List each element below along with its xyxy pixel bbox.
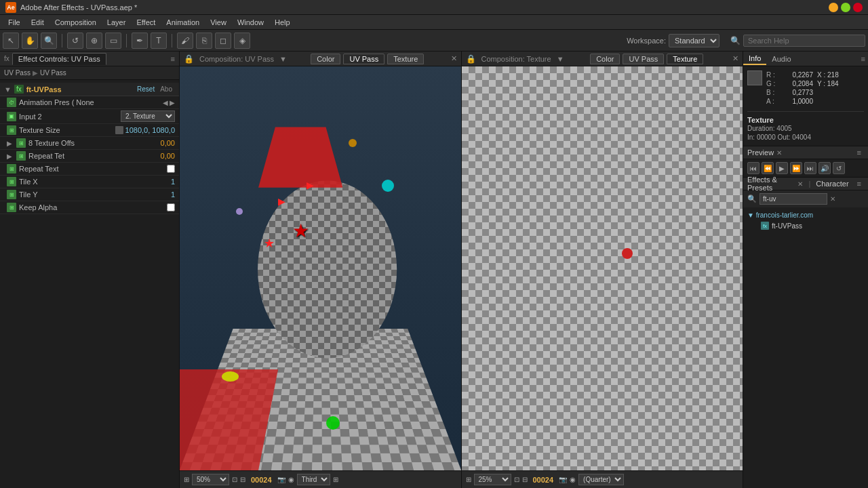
texture-cam-icon[interactable]: 📷	[559, 476, 567, 483]
tab-texture-uvpass[interactable]: Texture	[387, 54, 424, 64]
uvpass-zoom-select[interactable]: 50%	[192, 474, 229, 485]
effects-search-input[interactable]	[760, 193, 827, 205]
menu-item-composition[interactable]: Composition	[50, 17, 102, 28]
menu-item-file[interactable]: File	[3, 17, 26, 28]
preview-prev-btn[interactable]: ⏪	[762, 162, 774, 174]
text-tool[interactable]: T	[151, 33, 167, 49]
effects-clear-button[interactable]: ✕	[830, 195, 835, 203]
pen-tool[interactable]: ✒	[132, 33, 148, 49]
preview-controls: ⏮ ⏪ ▶ ⏩ ⏭ 🔊 ↺	[743, 159, 868, 177]
uvpass-cam-icon[interactable]: 📷	[277, 476, 285, 483]
texture-zoom-select[interactable]: 25%	[474, 474, 511, 485]
info-g-value: 0,2084	[792, 80, 813, 87]
input2-row: ▣ Input 2 2. Texture	[0, 109, 179, 124]
selection-tool[interactable]: ↖	[3, 33, 19, 49]
uvpass-frame-icon: ⊞	[184, 476, 189, 483]
search-input[interactable]	[743, 35, 865, 47]
panel-menu-icon[interactable]: ≡	[171, 55, 175, 63]
close-button[interactable]	[853, 3, 863, 12]
preview-play-btn[interactable]: ▶	[776, 162, 788, 174]
preview-tab-x[interactable]: ✕	[776, 149, 782, 157]
effect-controls-header: fx Effect Controls: UV Pass ≡	[0, 52, 179, 66]
preview-audio-btn[interactable]: 🔊	[818, 162, 831, 174]
preview-menu[interactable]: ≡	[854, 148, 864, 157]
texture-safe-icon[interactable]: ⊟	[522, 476, 528, 483]
menu-item-help[interactable]: Help	[269, 17, 296, 28]
tab-color-uvpass[interactable]: Color	[311, 54, 340, 64]
menu-item-window[interactable]: Window	[232, 17, 269, 28]
preview-next-btn[interactable]: ⏩	[790, 162, 802, 174]
hand-tool[interactable]: ✋	[22, 33, 38, 49]
keep-alpha-checkbox[interactable]	[167, 203, 175, 211]
comp-uvpass: 🔒 Composition: UV Pass ▼ Color UV Pass T…	[180, 52, 462, 488]
effects-tab-x[interactable]: ✕	[797, 180, 803, 188]
uvpass-view-select[interactable]: Third	[297, 474, 330, 485]
rotate-tool[interactable]: ↺	[67, 33, 83, 49]
info-b-row: B : 0,2773	[766, 88, 813, 97]
preview-first-btn[interactable]: ⏮	[747, 162, 760, 174]
audio-tab[interactable]: Audio	[766, 54, 796, 64]
breadcrumb: UV Pass ▶ UV Pass	[0, 66, 179, 80]
texture-offs2-value[interactable]: 0,00	[161, 152, 175, 160]
input2-select[interactable]: 2. Texture	[121, 110, 175, 122]
menu-item-layer[interactable]: Layer	[102, 17, 132, 28]
texture-render-icon[interactable]: ◉	[570, 476, 576, 483]
texture-fit-icon[interactable]: ⊡	[514, 476, 519, 483]
workspace-select[interactable]: Standard	[669, 34, 719, 47]
tab-uvpass-texture[interactable]: UV Pass	[623, 54, 664, 64]
brush-tool[interactable]: 🖌	[177, 33, 193, 49]
uvpass-close-icon[interactable]: ✕	[451, 54, 457, 63]
minimize-button[interactable]	[829, 3, 838, 12]
clone-tool[interactable]: ⎘	[196, 33, 212, 49]
texture-offs2-expand[interactable]: ▶	[7, 152, 14, 159]
effects-menu[interactable]: ≡	[854, 180, 864, 188]
about-button[interactable]: Abo	[157, 85, 175, 93]
anchor-tool[interactable]: ⊕	[86, 33, 102, 49]
reset-button[interactable]: Reset	[134, 85, 157, 93]
uvpass-render-icon[interactable]: ◉	[288, 476, 294, 483]
preview-loop-btn[interactable]: ↺	[833, 162, 845, 174]
maximize-button[interactable]	[841, 3, 850, 12]
texture-offs1-value[interactable]: 0,00	[161, 139, 175, 147]
texture-view-select[interactable]: (Quarter)	[578, 474, 624, 485]
color-swatch	[747, 70, 762, 85]
texture-size-value[interactable]: 1080,0, 1080,0	[125, 126, 175, 134]
effects-item-ftuvpass[interactable]: fx ft-UVPass	[747, 220, 864, 231]
eraser-tool[interactable]: ◻	[215, 33, 231, 49]
info-panel-menu[interactable]: ≡	[859, 55, 868, 63]
info-y-row: Y : 184	[817, 79, 864, 88]
tile-y-value[interactable]: 1	[171, 190, 175, 199]
main-area: fx Effect Controls: UV Pass ≡ UV Pass ▶ …	[0, 52, 868, 488]
keep-alpha-icon: ⊞	[7, 203, 16, 212]
preview-title: Preview	[747, 148, 774, 157]
next-arrow[interactable]: ▶	[170, 99, 175, 106]
texture-menu-icon[interactable]: ▼	[557, 55, 564, 63]
menu-item-animation[interactable]: Animation	[161, 17, 205, 28]
zoom-tool[interactable]: 🔍	[41, 33, 57, 49]
uvpass-safe-icon[interactable]: ⊟	[240, 476, 245, 483]
effect-header: ▼ fx ft-UVPass Reset Abo	[0, 83, 179, 96]
menu-item-edit[interactable]: Edit	[26, 17, 50, 28]
puppet-tool[interactable]: ◈	[234, 33, 250, 49]
info-tab[interactable]: Info	[743, 53, 766, 65]
tab-uvpass[interactable]: UV Pass	[343, 54, 384, 64]
menu-item-effect[interactable]: Effect	[131, 17, 161, 28]
tab-texture-active[interactable]: Texture	[667, 54, 703, 64]
tile-x-value[interactable]: 1	[171, 178, 175, 186]
shape-tool[interactable]: ▭	[105, 33, 121, 49]
menu-item-view[interactable]: View	[205, 17, 232, 28]
texture-close-icon[interactable]: ✕	[732, 54, 738, 63]
prev-arrow[interactable]: ◀	[163, 99, 168, 106]
effect-controls-tab[interactable]: Effect Controls: UV Pass	[12, 53, 106, 65]
uvpass-menu-icon[interactable]: ▼	[279, 55, 287, 63]
uvpass-fit-icon[interactable]: ⊡	[232, 476, 237, 483]
texture-offs1-expand[interactable]: ▶	[7, 140, 14, 146]
effects-folder[interactable]: ▼ francois-tarlier.com	[747, 210, 864, 220]
uvpass-3d-icon[interactable]: ⊞	[333, 476, 338, 483]
preview-last-btn[interactable]: ⏭	[804, 162, 816, 174]
effect-expand-icon[interactable]: ▼	[4, 85, 12, 94]
tab-color-texture[interactable]: Color	[590, 54, 620, 64]
info-content: R : 0,2267 G : 0,2084 B : 0,2773 A : 1,0…	[743, 66, 868, 146]
repeat-text-checkbox[interactable]	[167, 165, 175, 173]
texture-offs2-icon: ⊞	[16, 151, 26, 161]
